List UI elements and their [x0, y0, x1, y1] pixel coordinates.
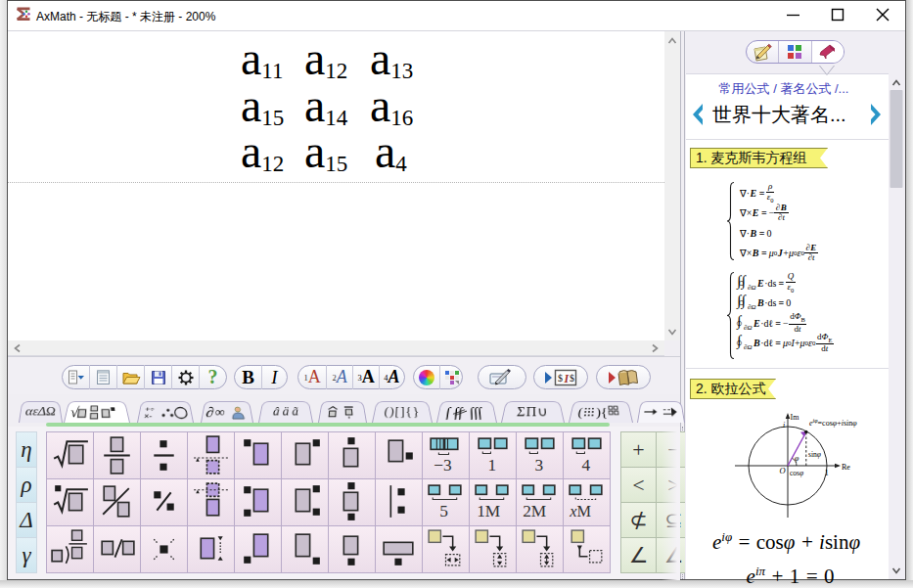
- svg-text:$: $: [570, 373, 574, 384]
- svg-text:∫: ∫: [476, 404, 484, 419]
- svg-text:φ: φ: [795, 454, 799, 463]
- svg-text:){: ){: [596, 405, 608, 419]
- svg-text:i: i: [783, 421, 785, 430]
- svg-text:cosφ: cosφ: [790, 469, 803, 477]
- svg-text:1: 1: [825, 468, 829, 477]
- svg-text:∂: ∂: [205, 404, 215, 419]
- svg-text:1M: 1M: [477, 502, 500, 520]
- svg-text:3: 3: [534, 456, 543, 475]
- svg-text:5: 5: [439, 502, 448, 520]
- svg-text:1: 1: [487, 456, 496, 475]
- svg-text:4: 4: [581, 456, 590, 475]
- svg-text:×-: ×-: [143, 411, 153, 420]
- svg-text:eiφ=cosφ+isinφ: eiφ=cosφ+isinφ: [809, 418, 857, 428]
- svg-text:xM: xM: [569, 502, 591, 520]
- svg-text:Re: Re: [842, 463, 850, 472]
- svg-text:O: O: [780, 466, 786, 475]
- svg-text:−3: −3: [434, 456, 451, 475]
- svg-text:∫: ∫: [445, 404, 453, 419]
- svg-text:sinφ: sinφ: [808, 450, 821, 459]
- svg-text:Im: Im: [791, 413, 800, 422]
- svg-text:2M: 2M: [523, 502, 546, 520]
- svg-text:∞: ∞: [214, 405, 225, 419]
- svg-text:$: $: [558, 373, 563, 384]
- svg-text:(: (: [577, 405, 584, 419]
